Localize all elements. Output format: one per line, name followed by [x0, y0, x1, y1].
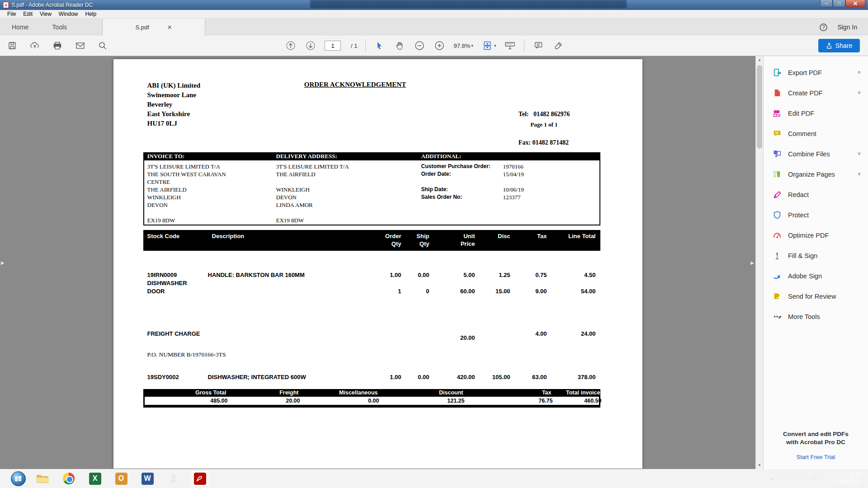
maximize-button[interactable]: □: [833, 0, 845, 7]
column-header: ShipQty: [401, 232, 429, 251]
tray-expand-icon[interactable]: ▲: [770, 476, 774, 481]
close-button[interactable]: ✕: [845, 0, 865, 7]
document-viewport[interactable]: ▶ ▶ ABI (UK) LimitedSwinemoor LaneBeverl…: [0, 56, 755, 469]
volume-icon[interactable]: [811, 474, 818, 483]
tool-redact[interactable]: Redact: [764, 184, 868, 205]
comment-icon[interactable]: [533, 40, 544, 52]
tool-comment[interactable]: Comment: [764, 123, 868, 144]
flag-icon[interactable]: [782, 474, 788, 483]
zoom-out-icon[interactable]: [414, 40, 425, 52]
taskbar-clock[interactable]: 15:07 17/04/2019: [835, 472, 862, 485]
zoom-in-icon[interactable]: [434, 40, 445, 52]
item-value: [401, 351, 429, 358]
tool-edit-pdf[interactable]: Edit PDF: [764, 103, 868, 123]
tool-optimize-pdf[interactable]: Optimize PDF: [764, 225, 868, 245]
sign-in-button[interactable]: Sign In: [837, 23, 857, 31]
item-value: [342, 330, 401, 337]
hand-tool-icon[interactable]: [394, 40, 406, 52]
item-value: 1.00: [342, 374, 401, 380]
menu-item-help[interactable]: Help: [82, 11, 100, 17]
item-value: 420.00: [429, 374, 475, 380]
item-value: 20.00: [429, 334, 475, 341]
address-line: 3T'S LEISURE LIMITED T/A: [147, 163, 276, 170]
item-value: [547, 280, 596, 286]
tool-label: Comment: [788, 130, 861, 137]
item-value: 0.00: [401, 374, 429, 380]
tool-fill-sign[interactable]: Fill & Sign: [764, 245, 868, 266]
vertical-scrollbar[interactable]: ▲ ▼: [755, 56, 763, 469]
cloud-upload-icon[interactable]: [29, 40, 41, 52]
edit-pdf-icon: [773, 109, 782, 117]
save-icon[interactable]: [6, 40, 18, 52]
tools-panel: Export PDF˄Create PDF˅Edit PDFCommentCom…: [763, 56, 868, 469]
find-icon[interactable]: [97, 40, 108, 52]
highlight-icon[interactable]: [552, 40, 564, 52]
tool-more-tools[interactable]: More Tools: [764, 306, 868, 327]
delivery-address: 3T'S LEISURE LIMITED T/ATHE AIRFIELD WIN…: [276, 163, 421, 225]
tool-label: Adobe Sign: [788, 272, 861, 280]
item-value: [429, 280, 475, 286]
tab-document[interactable]: S.pdf ✕: [102, 19, 205, 36]
page-of-label: Page 1 of 1: [530, 121, 557, 128]
additional-value: 15/04/19: [503, 170, 599, 178]
system-tray: ▲: [770, 474, 818, 483]
clock-date: 17/04/2019: [835, 479, 862, 485]
menu-item-view[interactable]: View: [36, 11, 55, 17]
minimize-button[interactable]: ─: [820, 0, 833, 7]
print-icon[interactable]: [52, 40, 63, 52]
close-tab-icon[interactable]: ✕: [167, 24, 172, 31]
tool-adobe-sign[interactable]: Adobe Sign: [764, 266, 868, 286]
page-count-label: / 1: [351, 42, 357, 49]
tool-combine-files[interactable]: Combine Files˅: [764, 144, 868, 164]
tool-send-for-review[interactable]: Send for Review: [764, 286, 868, 306]
taskbar-acrobat-reader[interactable]: [190, 471, 210, 486]
fit-page-icon: [481, 40, 493, 52]
scrollbar-thumb[interactable]: [757, 65, 762, 149]
taskbar-file-explorer[interactable]: [33, 471, 52, 486]
email-icon[interactable]: [74, 40, 86, 52]
totals-column-header: Miscellaneous: [299, 389, 378, 397]
taskbar-word[interactable]: W: [137, 471, 157, 486]
taskbar-excel[interactable]: X: [85, 471, 105, 486]
presentation-icon[interactable]: [504, 40, 516, 52]
fit-page-dropdown[interactable]: ▾: [481, 40, 496, 52]
tool-protect[interactable]: Protect: [764, 205, 868, 225]
tool-label: Protect: [788, 211, 861, 219]
page-number-input[interactable]: [325, 41, 341, 51]
previous-page-icon[interactable]: [285, 40, 297, 52]
taskbar-utility-app[interactable]: [164, 471, 184, 486]
taskbar-chrome[interactable]: [59, 471, 79, 486]
scroll-up-icon[interactable]: ▲: [756, 58, 763, 62]
tool-export-pdf[interactable]: Export PDF˄: [764, 62, 868, 83]
help-icon[interactable]: ?: [820, 23, 827, 31]
tool-label: Edit PDF: [788, 110, 861, 117]
additional-value: [503, 178, 599, 186]
tab-tools[interactable]: Tools: [40, 19, 79, 36]
network-icon[interactable]: [796, 474, 803, 483]
column-header: Line Total: [547, 232, 596, 251]
tool-organize-pages[interactable]: Organize Pages˅: [764, 164, 868, 184]
menu-item-window[interactable]: Window: [55, 11, 82, 17]
taskbar-start[interactable]: [6, 471, 26, 486]
start-free-trial-link[interactable]: Start Free Trial: [797, 454, 835, 460]
item-description: [208, 288, 342, 295]
acrobat-window: A S.pdf - Adobe Acrobat Reader DC ─ □ ✕ …: [0, 0, 868, 488]
menu-item-file[interactable]: File: [4, 11, 19, 17]
address-line: [276, 209, 421, 216]
scroll-down-icon[interactable]: ▼: [756, 463, 763, 467]
select-tool-icon[interactable]: [374, 40, 386, 52]
menu-item-edit[interactable]: Edit: [19, 11, 36, 17]
tab-home[interactable]: Home: [0, 19, 40, 36]
nav-pane-toggle-icon[interactable]: ▶: [1, 260, 5, 265]
tool-create-pdf[interactable]: Create PDF˅: [764, 83, 868, 103]
next-page-icon[interactable]: [305, 40, 316, 52]
address-line: 3T'S LEISURE LIMITED T/A: [276, 163, 421, 170]
share-button[interactable]: Share: [818, 39, 860, 52]
zoom-level-dropdown[interactable]: 97.8% ▾: [453, 42, 473, 49]
item-description: [208, 330, 342, 337]
tools-pane-toggle-icon[interactable]: ▶: [750, 260, 754, 265]
item-value: [475, 351, 510, 358]
document-title: ORDER ACKNOWLEDGEMENT: [292, 81, 419, 89]
address-line: EX19 8DW: [147, 216, 276, 224]
taskbar-outlook[interactable]: O: [111, 471, 131, 486]
